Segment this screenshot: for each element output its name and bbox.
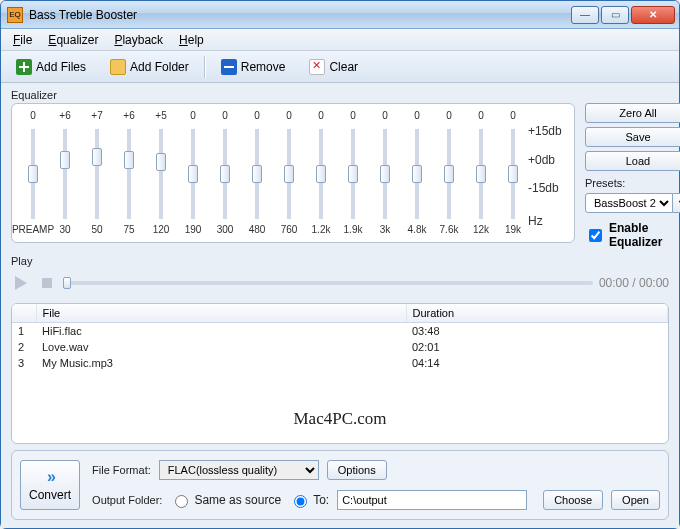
row-file: Love.wav bbox=[36, 339, 406, 355]
eq-freq-label: 75 bbox=[123, 224, 134, 238]
close-button[interactable]: ✕ bbox=[631, 6, 675, 24]
row-file: HiFi.flac bbox=[36, 323, 406, 340]
chevron-down-icon[interactable]: ▼ bbox=[673, 193, 680, 213]
eq-gain-value: 0 bbox=[414, 110, 420, 124]
remove-button[interactable]: Remove bbox=[212, 55, 295, 79]
options-button[interactable]: Options bbox=[327, 460, 387, 480]
eq-band-1.2k: 01.2k bbox=[308, 110, 334, 238]
eq-slider-300[interactable] bbox=[223, 129, 227, 219]
add-folder-label: Add Folder bbox=[130, 60, 189, 74]
eq-gain-value: 0 bbox=[478, 110, 484, 124]
maximize-button[interactable]: ▭ bbox=[601, 6, 629, 24]
col-index-header[interactable] bbox=[12, 304, 36, 323]
eq-slider-19k[interactable] bbox=[511, 129, 515, 219]
eq-freq-label: 1.2k bbox=[312, 224, 331, 238]
output-path-field[interactable]: C:\output bbox=[337, 490, 527, 510]
eq-freq-label: 1.9k bbox=[344, 224, 363, 238]
eq-slider-3k[interactable] bbox=[383, 129, 387, 219]
save-button[interactable]: Save bbox=[585, 127, 680, 147]
eq-slider-4.8k[interactable] bbox=[415, 129, 419, 219]
eq-gain-value: 0 bbox=[190, 110, 196, 124]
to-input[interactable] bbox=[294, 495, 307, 508]
seek-thumb[interactable] bbox=[63, 277, 71, 289]
load-button[interactable]: Load bbox=[585, 151, 680, 171]
same-as-source-label: Same as source bbox=[194, 493, 281, 507]
col-duration-header[interactable]: Duration bbox=[406, 304, 668, 323]
output-folder-label: Output Folder: bbox=[92, 494, 162, 506]
to-radio[interactable]: To: bbox=[289, 492, 329, 508]
eq-freq-label: 300 bbox=[217, 224, 234, 238]
eq-slider-30[interactable] bbox=[63, 129, 67, 219]
eq-band-50: +750 bbox=[84, 110, 110, 238]
convert-panel: » Convert File Format: FLAC(lossless qua… bbox=[11, 450, 669, 520]
eq-band-19k: 019k bbox=[500, 110, 526, 238]
eq-freq-label: 760 bbox=[281, 224, 298, 238]
file-format-select[interactable]: FLAC(lossless quality) bbox=[159, 460, 319, 480]
equalizer-panel: 0PREAMP+630+750+675+51200190030004800760… bbox=[11, 103, 575, 243]
same-as-source-radio[interactable]: Same as source bbox=[170, 492, 281, 508]
eq-freq-label: 19k bbox=[505, 224, 521, 238]
minimize-button[interactable]: — bbox=[571, 6, 599, 24]
menu-equalizer[interactable]: Equalizer bbox=[42, 31, 104, 49]
plus-icon bbox=[16, 59, 32, 75]
eq-freq-label: 50 bbox=[91, 224, 102, 238]
eq-band-30: +630 bbox=[52, 110, 78, 238]
eq-slider-1.2k[interactable] bbox=[319, 129, 323, 219]
eq-slider-480[interactable] bbox=[255, 129, 259, 219]
eq-slider-120[interactable] bbox=[159, 129, 163, 219]
zero-all-button[interactable]: Zero All bbox=[585, 103, 680, 123]
table-row[interactable]: 2Love.wav02:01 bbox=[12, 339, 668, 355]
table-row[interactable]: 1HiFi.flac03:48 bbox=[12, 323, 668, 340]
table-row[interactable]: 3My Music.mp304:14 bbox=[12, 355, 668, 371]
eq-freq-label: 190 bbox=[185, 224, 202, 238]
add-files-button[interactable]: Add Files bbox=[7, 55, 95, 79]
eq-slider-50[interactable] bbox=[95, 129, 99, 219]
eq-slider-75[interactable] bbox=[127, 129, 131, 219]
convert-icon: » bbox=[47, 468, 53, 486]
col-file-header[interactable]: File bbox=[36, 304, 406, 323]
eq-band-3k: 03k bbox=[372, 110, 398, 238]
clear-icon bbox=[309, 59, 325, 75]
window-title: Bass Treble Booster bbox=[29, 8, 137, 22]
convert-button[interactable]: » Convert bbox=[20, 460, 80, 510]
presets-select[interactable]: BassBoost 2 bbox=[585, 193, 673, 213]
eq-band-300: 0300 bbox=[212, 110, 238, 238]
eq-freq-label: 7.6k bbox=[440, 224, 459, 238]
eq-gain-value: 0 bbox=[254, 110, 260, 124]
row-duration: 03:48 bbox=[406, 323, 668, 340]
eq-band-480: 0480 bbox=[244, 110, 270, 238]
enable-equalizer-input[interactable] bbox=[589, 229, 602, 242]
db-mid: +0db bbox=[528, 153, 566, 167]
db-top: +15db bbox=[528, 124, 566, 138]
menubar: File Equalizer Playback Help bbox=[1, 29, 679, 51]
eq-slider-7.6k[interactable] bbox=[447, 129, 451, 219]
seek-slider[interactable] bbox=[63, 281, 593, 285]
stop-button[interactable] bbox=[37, 273, 57, 293]
eq-slider-PREAMP[interactable] bbox=[31, 129, 35, 219]
eq-gain-value: 0 bbox=[286, 110, 292, 124]
eq-slider-760[interactable] bbox=[287, 129, 291, 219]
open-button[interactable]: Open bbox=[611, 490, 660, 510]
clear-button[interactable]: Clear bbox=[300, 55, 367, 79]
clear-label: Clear bbox=[329, 60, 358, 74]
db-bot: -15db bbox=[528, 181, 566, 195]
same-as-source-input[interactable] bbox=[175, 495, 188, 508]
add-folder-button[interactable]: Add Folder bbox=[101, 55, 198, 79]
play-section: Play 00:00 / 00:00 bbox=[11, 255, 669, 297]
row-index: 3 bbox=[12, 355, 36, 371]
menu-playback[interactable]: Playback bbox=[108, 31, 169, 49]
play-button[interactable] bbox=[11, 273, 31, 293]
menu-help[interactable]: Help bbox=[173, 31, 210, 49]
presets-combo[interactable]: BassBoost 2 ▼ bbox=[585, 193, 680, 213]
menu-file[interactable]: File bbox=[7, 31, 38, 49]
eq-freq-label: 12k bbox=[473, 224, 489, 238]
choose-button[interactable]: Choose bbox=[543, 490, 603, 510]
eq-side-panel: Zero All Save Load Presets: BassBoost 2 … bbox=[585, 103, 680, 249]
row-index: 2 bbox=[12, 339, 36, 355]
eq-band-120: +5120 bbox=[148, 110, 174, 238]
eq-slider-12k[interactable] bbox=[479, 129, 483, 219]
enable-equalizer-label: Enable Equalizer bbox=[609, 221, 680, 249]
eq-slider-190[interactable] bbox=[191, 129, 195, 219]
eq-slider-1.9k[interactable] bbox=[351, 129, 355, 219]
enable-equalizer-checkbox[interactable]: Enable Equalizer bbox=[585, 221, 680, 249]
